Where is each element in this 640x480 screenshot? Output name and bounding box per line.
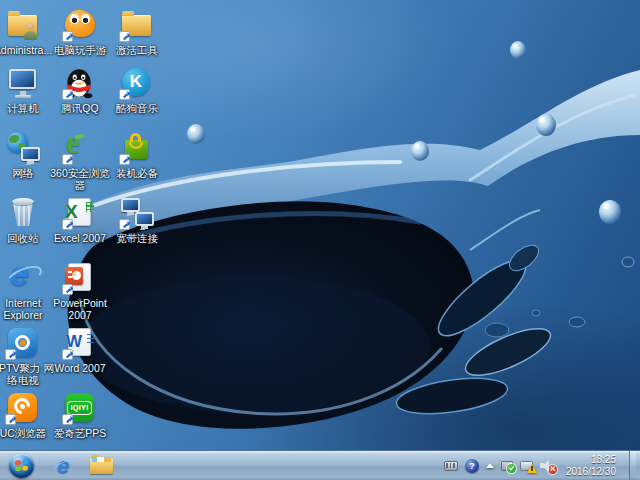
broadband-monitors-icon xyxy=(119,196,155,230)
taskbar: e ? 18:25 2016/12/30 xyxy=(0,450,640,480)
icon-label: 酷狗音乐 xyxy=(116,102,158,114)
red-x-badge xyxy=(548,465,557,474)
icon-label: 网络 xyxy=(13,167,34,179)
taskbar-clock[interactable]: 18:25 2016/12/30 xyxy=(562,451,622,480)
icon-label: PowerPoint 2007 xyxy=(47,297,113,322)
monster-mascot-icon xyxy=(62,8,98,42)
shortcut-arrow-icon xyxy=(62,284,73,295)
taskbar-item-internet-explorer[interactable]: e xyxy=(46,451,80,480)
desktop-icon-iqiyi-pps[interactable]: iQIYI 爱奇艺PPS xyxy=(47,391,113,439)
shortcut-arrow-icon xyxy=(119,31,130,42)
shortcut-arrow-icon xyxy=(119,219,130,230)
360-safety-icon[interactable] xyxy=(501,461,513,471)
icon-label: Excel 2007 xyxy=(54,232,106,244)
icon-label: 宽带连接 xyxy=(116,232,158,244)
icon-label: UC浏览器 xyxy=(0,427,46,439)
desktop-icon-powerpoint-2007[interactable]: PowerPoint 2007 xyxy=(47,261,113,322)
icon-label: Administra... xyxy=(0,44,52,56)
start-button[interactable] xyxy=(9,453,34,478)
shortcut-arrow-icon xyxy=(5,414,16,425)
shortcut-arrow-icon xyxy=(62,31,73,42)
show-hidden-icons-button[interactable] xyxy=(486,463,494,468)
shortcut-arrow-icon xyxy=(62,414,73,425)
volume-muted-icon[interactable] xyxy=(540,460,555,472)
360-browser-e-icon: e xyxy=(62,131,98,165)
shortcut-arrow-icon xyxy=(62,349,73,360)
excel-icon: X xyxy=(62,196,98,230)
computer-monitor-icon xyxy=(5,66,41,100)
shortcut-arrow-icon xyxy=(62,89,73,100)
windows-flag-icon xyxy=(15,459,28,472)
ie-e-icon: e xyxy=(5,261,41,295)
recycle-bin-icon xyxy=(5,196,41,230)
desktop-icon-broadband-connection[interactable]: 宽带连接 xyxy=(104,196,170,244)
help-icon[interactable]: ? xyxy=(465,459,479,473)
green-check-badge xyxy=(507,464,516,473)
shortcut-arrow-icon xyxy=(62,219,73,230)
kugou-k-icon: K xyxy=(119,66,155,100)
icon-label: 激活工具 xyxy=(116,44,158,56)
shopping-bag-icon xyxy=(119,131,155,165)
icon-label: 回收站 xyxy=(7,232,39,244)
icon-label: Word 2007 xyxy=(54,362,105,374)
desktop-icon-word-2007[interactable]: W Word 2007 xyxy=(47,326,113,374)
shortcut-arrow-icon xyxy=(119,154,130,165)
network-warning-icon[interactable] xyxy=(520,461,533,471)
powerpoint-icon xyxy=(62,261,98,295)
show-desktop-button[interactable] xyxy=(629,451,636,480)
icon-label: 计算机 xyxy=(7,102,39,114)
qq-penguin-icon xyxy=(62,66,98,100)
uc-browser-icon xyxy=(5,391,41,425)
iqiyi-icon: iQIYI xyxy=(62,391,98,425)
icon-label: 腾讯QQ xyxy=(61,102,98,114)
folder-icon xyxy=(119,8,155,42)
word-icon: W xyxy=(62,326,98,360)
icon-label: 装机必备 xyxy=(116,167,158,179)
clock-date: 2016/12/30 xyxy=(566,466,616,478)
desktop-icon-activation-tools[interactable]: 激活工具 xyxy=(104,8,170,56)
system-tray: ? 18:25 2016/12/30 xyxy=(444,451,640,480)
clock-time: 18:25 xyxy=(591,454,616,466)
pptv-icon xyxy=(5,326,41,360)
shortcut-arrow-icon xyxy=(5,349,16,360)
ie-e-icon: e xyxy=(57,455,69,477)
shortcut-arrow-icon xyxy=(119,89,130,100)
desktop-wallpaper[interactable]: Administra... 电脑玩手游 激活工具 计算机 xyxy=(0,0,640,450)
icon-label: 电脑玩手游 xyxy=(54,44,107,56)
folder-icon xyxy=(90,458,113,474)
folder-user-icon xyxy=(5,8,41,42)
desktop-icon-kugou-music[interactable]: K 酷狗音乐 xyxy=(104,66,170,114)
desktop-icon-zhuangji-bibei[interactable]: 装机必备 xyxy=(104,131,170,179)
shortcut-arrow-icon xyxy=(62,154,73,165)
input-keyboard-icon[interactable] xyxy=(444,461,458,471)
icon-label: 爱奇艺PPS xyxy=(54,427,107,439)
warning-triangle-icon xyxy=(527,464,537,473)
taskbar-item-windows-explorer[interactable] xyxy=(84,451,118,480)
network-globe-icon xyxy=(5,131,41,165)
